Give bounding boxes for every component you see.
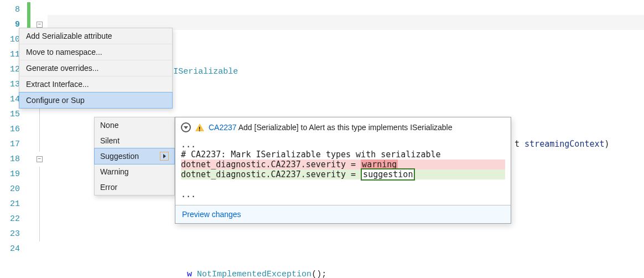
- diff-comment-line: # CA2237: Mark ISerializable types with …: [181, 150, 441, 159]
- line-number: 9: [0, 17, 20, 32]
- line-number: 21: [0, 197, 20, 212]
- preview-title-text: Add [Serializable] to Alert as this type…: [238, 123, 453, 132]
- keyword: w: [187, 270, 192, 278]
- menu-item-generate-overrides[interactable]: Generate overrides...: [19, 60, 172, 76]
- line-number: 8: [0, 2, 20, 17]
- fold-toggle-icon[interactable]: −: [37, 156, 43, 162]
- line-number: 22: [0, 212, 20, 226]
- submenu-item-none[interactable]: None: [95, 117, 174, 133]
- diff-removed-line: dotnet_diagnostic.CA2237.severity = warn…: [181, 159, 505, 169]
- preview-changes-link[interactable]: Preview changes: [182, 210, 241, 219]
- diff-text: dotnet_diagnostic.CA2237.severity =: [181, 169, 361, 179]
- diff-added-line: dotnet_diagnostic.CA2237.severity = sugg…: [181, 169, 505, 179]
- warning-icon: [195, 123, 204, 131]
- line-number: 19: [0, 167, 20, 182]
- diff-text: dotnet_diagnostic.CA2237.severity =: [181, 159, 361, 169]
- change-marker: [27, 2, 30, 17]
- submenu-label: Silent: [100, 136, 120, 145]
- code-line: w NotImplementedException();: [48, 267, 644, 278]
- preview-title: CA2237 Add [Serializable] to Alert as th…: [209, 122, 452, 133]
- ellipsis: ...: [181, 140, 196, 150]
- interface-name: ISerializable: [173, 67, 238, 76]
- preview-footer: Preview changes: [175, 205, 511, 223]
- fold-guide: [39, 167, 40, 182]
- type-name: NotImplementedException: [197, 270, 311, 278]
- fold-guide: [39, 122, 40, 137]
- menu-item-extract-interface[interactable]: Extract Interface...: [19, 76, 172, 92]
- preview-header: CA2237 Add [Serializable] to Alert as th…: [175, 117, 511, 137]
- diff-added-token: suggestion: [361, 168, 415, 181]
- line-number: 14: [0, 92, 20, 107]
- line-number: 13: [0, 77, 20, 92]
- line-number: 15: [0, 107, 20, 122]
- partially-visible-code: t streamingContext): [515, 139, 610, 149]
- code-fix-preview: CA2237 Add [Serializable] to Alert as th…: [175, 117, 511, 224]
- submenu-label: Error: [100, 183, 117, 192]
- submenu-label: Warning: [100, 167, 129, 176]
- param-name: streamingContext: [524, 139, 605, 149]
- line-number: 16: [0, 122, 20, 137]
- preview-diff: ... # CA2237: Mark ISerializable types w…: [175, 137, 511, 205]
- collapse-toggle-icon[interactable]: [181, 122, 191, 132]
- line-number: 23: [0, 226, 20, 241]
- line-number: 18: [0, 152, 20, 167]
- fold-guide: [39, 137, 40, 152]
- chevron-right-icon: [163, 154, 166, 158]
- code-line: [48, 233, 644, 248]
- submenu-expand-icon[interactable]: [160, 152, 169, 161]
- submenu-label: None: [100, 121, 118, 130]
- fold-guide: [39, 226, 40, 241]
- line-number: 24: [0, 241, 20, 256]
- menu-item-add-serializable[interactable]: Add Serializable attribute: [19, 28, 172, 44]
- submenu-label: Suggestion: [100, 152, 139, 161]
- fold-guide: [39, 182, 40, 197]
- submenu-item-error[interactable]: Error: [95, 179, 174, 195]
- diagnostic-link[interactable]: CA2237: [209, 123, 237, 132]
- fold-guide: [39, 107, 40, 122]
- line-number: 10: [0, 32, 20, 47]
- fold-guide: [39, 212, 40, 226]
- menu-item-move-to-namespace[interactable]: Move to namespace...: [19, 44, 172, 60]
- submenu-item-warning[interactable]: Warning: [95, 164, 174, 179]
- punct: ): [605, 139, 610, 149]
- line-number: 17: [0, 137, 20, 152]
- ellipsis: ...: [181, 189, 196, 199]
- fold-toggle-icon[interactable]: −: [37, 22, 43, 28]
- severity-submenu: None Silent Suggestion Warning Error: [94, 117, 175, 195]
- line-number: 11: [0, 47, 20, 62]
- line-number: 12: [0, 62, 20, 77]
- line-number: 20: [0, 182, 20, 197]
- code-text: ();: [311, 270, 326, 278]
- fold-guide: [39, 197, 40, 212]
- submenu-item-silent[interactable]: Silent: [95, 133, 174, 148]
- menu-item-configure-suppress[interactable]: Configure or Sup: [19, 92, 173, 109]
- submenu-item-suggestion[interactable]: Suggestion: [94, 148, 175, 164]
- code-text: t: [515, 139, 524, 149]
- quick-actions-menu: Add Serializable attribute Move to names…: [19, 28, 173, 109]
